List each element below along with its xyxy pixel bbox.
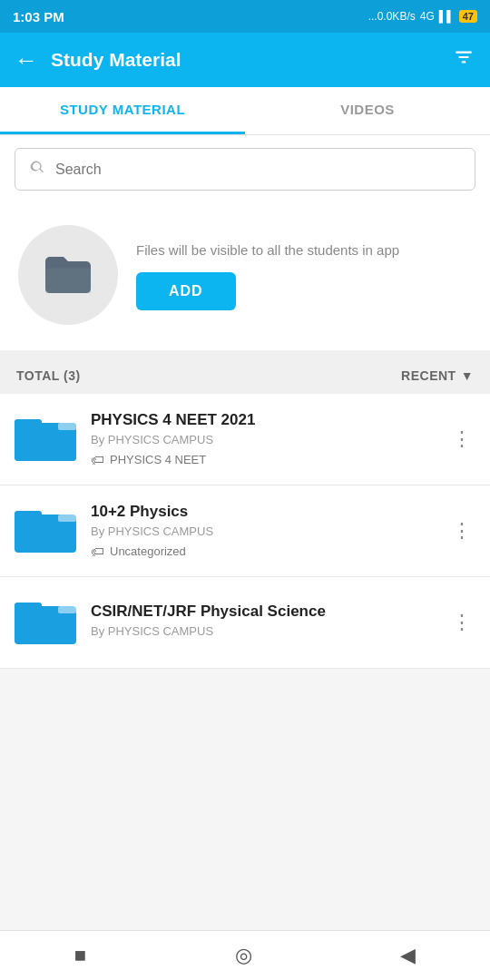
home-button[interactable]: ■ [74, 944, 86, 967]
status-icons: ...0.0KB/s 4G ▌▌ 47 [368, 10, 477, 23]
item-title: CSIR/NET/JRF Physical Science [91, 603, 434, 621]
folder-illustration [18, 225, 118, 325]
items-list: PHYSICS 4 NEET 2021 By PHYSICS CAMPUS 🏷 … [0, 394, 490, 669]
search-box[interactable] [15, 148, 475, 191]
wifi-icon: ▌▌ [439, 10, 455, 23]
search-input[interactable] [55, 162, 462, 178]
bottom-nav: ■ ◎ ◀ [0, 930, 490, 980]
header: ← Study Material [0, 33, 490, 87]
svg-rect-10 [58, 606, 76, 613]
tab-videos[interactable]: VIDEOS [245, 87, 490, 134]
folder-icon [15, 593, 76, 652]
list-item[interactable]: CSIR/NET/JRF Physical Science By PHYSICS… [0, 577, 490, 669]
upload-description: Files will be visible to all the student… [136, 240, 399, 260]
folder-icon [15, 502, 76, 560]
item-tag: 🏷 PHYSICS 4 NEET [91, 452, 434, 467]
status-time: 1:03 PM [13, 9, 64, 24]
svg-rect-7 [58, 514, 76, 522]
page-title: Study Material [51, 49, 452, 71]
back-button[interactable]: ← [15, 46, 38, 74]
item-title: PHYSICS 4 NEET 2021 [91, 411, 434, 429]
search-icon [28, 158, 46, 181]
tag-icon: 🏷 [91, 544, 104, 559]
signal-icon: 4G [420, 10, 435, 23]
upload-section: Files will be visible to all the student… [0, 203, 490, 358]
svg-rect-9 [15, 603, 42, 612]
svg-rect-6 [15, 511, 42, 520]
sort-label: RECENT [401, 368, 456, 383]
upload-info: Files will be visible to all the student… [136, 240, 399, 310]
recents-button[interactable]: ◎ [235, 944, 252, 967]
tag-icon: 🏷 [91, 452, 104, 467]
network-status: ...0.0KB/s [368, 10, 416, 23]
item-info: CSIR/NET/JRF Physical Science By PHYSICS… [91, 603, 434, 643]
item-tag: 🏷 Uncategorized [91, 544, 434, 559]
more-options-button[interactable]: ⋮ [448, 424, 475, 455]
folder-icon [15, 410, 76, 468]
svg-rect-0 [45, 269, 91, 294]
item-by: By PHYSICS CAMPUS [91, 624, 434, 638]
back-nav-button[interactable]: ◀ [400, 944, 416, 967]
item-info: PHYSICS 4 NEET 2021 By PHYSICS CAMPUS 🏷 … [91, 411, 434, 467]
list-item[interactable]: PHYSICS 4 NEET 2021 By PHYSICS CAMPUS 🏷 … [0, 394, 490, 485]
add-button[interactable]: ADD [136, 272, 236, 310]
more-options-button[interactable]: ⋮ [448, 515, 475, 546]
filter-icon[interactable] [452, 45, 475, 74]
item-by: By PHYSICS CAMPUS [91, 524, 434, 538]
svg-rect-4 [58, 423, 76, 430]
item-info: 10+2 Physics By PHYSICS CAMPUS 🏷 Uncateg… [91, 503, 434, 559]
total-bar: TOTAL (3) RECENT ▼ [0, 358, 490, 394]
list-item[interactable]: 10+2 Physics By PHYSICS CAMPUS 🏷 Uncateg… [0, 485, 490, 577]
more-options-button[interactable]: ⋮ [448, 607, 475, 638]
sort-recent-button[interactable]: RECENT ▼ [401, 368, 474, 383]
search-container [0, 135, 490, 203]
status-bar: 1:03 PM ...0.0KB/s 4G ▌▌ 47 [0, 0, 490, 33]
chevron-down-icon: ▼ [461, 368, 474, 383]
item-by: By PHYSICS CAMPUS [91, 433, 434, 446]
tab-bar: STUDY MATERIAL VIDEOS [0, 87, 490, 135]
tab-study-material[interactable]: STUDY MATERIAL [0, 87, 245, 134]
item-title: 10+2 Physics [91, 503, 434, 521]
battery-indicator: 47 [459, 10, 477, 23]
total-count: TOTAL (3) [16, 368, 81, 383]
